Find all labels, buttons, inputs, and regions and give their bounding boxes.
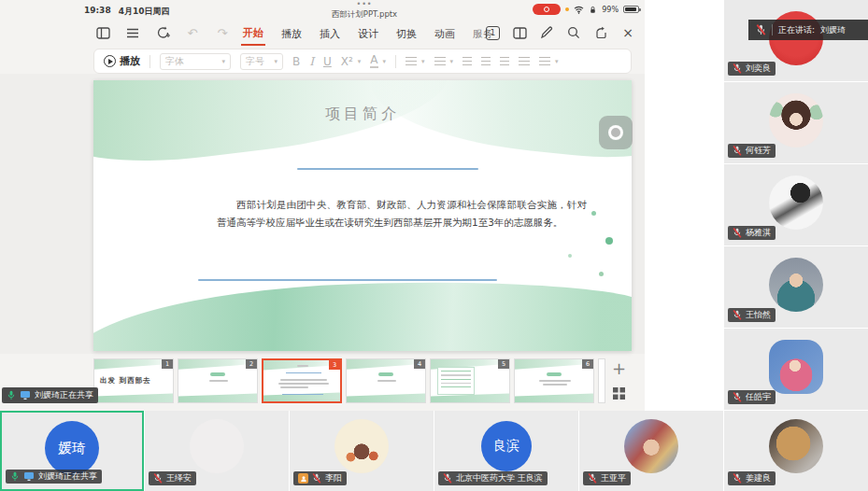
font-family-dropdown[interactable]: 字体▾ (160, 53, 231, 70)
record-icon (544, 7, 549, 12)
slide-title: 项目简介 (325, 105, 400, 124)
tab-design[interactable]: 设计 (356, 23, 380, 45)
mic-on-icon (10, 471, 20, 482)
watercolor-stroke-top-right (365, 80, 632, 166)
panel-view-icon[interactable] (95, 25, 110, 40)
document-title: 西部计划PPT.pptx (332, 10, 397, 19)
avatar-initials: 媛琦 (45, 421, 99, 475)
avatar (624, 419, 678, 473)
video-tile-wangliangbin[interactable]: 良滨 北京中医药大学 王良滨 (434, 411, 578, 491)
speaking-toast: 正在讲话: 刘媛琦 (748, 20, 868, 40)
speaking-toast-speaker: 刘媛琦 (820, 24, 846, 36)
screen-recording-pill[interactable] (533, 4, 561, 15)
mic-muted-icon (733, 392, 742, 402)
slide-thumbnail-3-selected[interactable]: 3 (262, 358, 342, 403)
mic-muted-icon (733, 146, 742, 156)
avatar (769, 93, 823, 147)
mic-muted-icon (153, 473, 163, 484)
format-toolbar: 播放 字体▾ 字号▾ B I U X²▾ A▾ ▾ ▾ ▾ (93, 49, 632, 74)
font-size-dropdown[interactable]: 字号▾ (240, 53, 283, 70)
bold-button[interactable]: B (292, 55, 300, 68)
meeting-app: 19:38 4月10日周四 ••• 西部计划PPT.pptx 99% (0, 0, 868, 491)
underline-button[interactable]: U (323, 55, 332, 68)
slide-thumbnail-1[interactable]: 1 出发 到西部去 (93, 358, 174, 403)
video-tile-wangyaping[interactable]: 王亚平 (579, 411, 723, 491)
slide-body-text: 西部计划是由团中央、教育部、财政部、人力资源和社会保障部联合实施，针对普通高等学… (217, 196, 587, 232)
undo-icon[interactable]: ↶ (185, 25, 200, 40)
avatar (769, 419, 823, 473)
video-tile-wangyiran[interactable]: 王怡然 (724, 246, 868, 328)
sharing-status-badge: 刘媛琦正在共享 (2, 387, 98, 403)
video-tile-liuyuanqi-sharing[interactable]: 媛琦 刘媛琦正在共享 (0, 411, 144, 491)
tab-transition[interactable]: 切换 (394, 23, 419, 45)
video-tile-jiangjianliang[interactable]: 姜建良 (724, 411, 868, 491)
align-right-icon[interactable] (500, 57, 509, 66)
slide-thumbnail-2[interactable]: 2 (178, 358, 258, 403)
slide-thumbnail-6[interactable]: 6 (514, 358, 594, 403)
tab-insert[interactable]: 插入 (318, 23, 342, 45)
tab-play[interactable]: 播放 (279, 23, 304, 45)
paragraph-settings-icon[interactable]: ▾ (539, 57, 559, 66)
document-menu-dots[interactable]: ••• (332, 1, 397, 8)
screenshare-icon (20, 390, 31, 400)
mic-muted-icon (312, 473, 321, 484)
font-color-button[interactable]: A▾ (370, 54, 386, 68)
video-tile-wangyian[interactable]: 王绎安 (145, 411, 289, 491)
search-icon[interactable] (566, 25, 581, 40)
numbered-list-button[interactable]: ▾ (434, 57, 454, 66)
video-tile-liyang[interactable]: 李阳 (290, 411, 434, 491)
participant-name-badge: 王怡然 (728, 308, 776, 322)
participant-name-badge: 杨雅淇 (728, 226, 776, 240)
sync-share-icon[interactable] (155, 25, 170, 40)
tab-animation[interactable]: 动画 (433, 23, 457, 45)
menu-icon[interactable] (125, 25, 140, 40)
video-tile-liuyiliang[interactable]: 刘奕良 (724, 0, 868, 81)
slide-thumbnail-4[interactable]: 4 (346, 358, 426, 403)
participant-name-badge: 北京中医药大学 王良滨 (438, 471, 548, 485)
divider-line-top (297, 168, 478, 170)
align-left-icon[interactable] (462, 57, 472, 66)
add-slide-button[interactable]: + (612, 360, 626, 377)
avatar (769, 175, 823, 230)
wps-ribbon: ↶ ↷ 开始 播放 插入 设计 切换 动画 服务 1 × (0, 21, 645, 47)
play-button[interactable]: 播放 (104, 54, 140, 68)
grid-view-button[interactable] (613, 387, 625, 400)
play-icon (104, 55, 116, 67)
bullet-list-button[interactable]: ▾ (406, 57, 425, 66)
participant-name-badge: 王绎安 (149, 471, 196, 485)
video-tile-heyufang[interactable]: 何钰芳 (724, 82, 868, 163)
mic-muted-icon (756, 24, 766, 35)
split-view-icon[interactable] (512, 25, 527, 40)
redo-icon[interactable]: ↷ (215, 25, 230, 40)
share-icon[interactable] (593, 25, 608, 40)
sharing-status-text: 刘媛琦正在共享 (35, 389, 93, 401)
participant-name-badge: 姜建良 (728, 471, 776, 485)
slide-thumbnail-5[interactable]: 5 (430, 358, 510, 403)
participant-name-badge: 刘奕良 (728, 62, 776, 76)
video-tile-renhaoyu[interactable]: 任皓宇 (724, 329, 868, 410)
mic-muted-icon (588, 473, 597, 484)
battery-icon (623, 6, 639, 13)
mic-muted-icon (733, 310, 742, 320)
ios-status-bar: 19:38 4月10日周四 ••• 西部计划PPT.pptx 99% (0, 0, 645, 21)
italic-button[interactable]: I (309, 55, 314, 68)
participant-name-badge: 王亚平 (583, 471, 631, 485)
align-center-icon[interactable] (481, 57, 491, 66)
screenshare-icon (23, 471, 35, 482)
tab-home[interactable]: 开始 (241, 22, 265, 46)
assistive-touch-button[interactable] (599, 116, 633, 149)
pen-annotate-icon[interactable] (539, 25, 554, 40)
participant-name-badge: 任皓宇 (728, 390, 776, 404)
justify-icon[interactable] (519, 57, 530, 66)
slide-thumbnail-partial[interactable] (598, 358, 605, 403)
thumbnail-1-caption: 出发 到西部去 (100, 376, 151, 386)
page-number-indicator[interactable]: 1 (486, 26, 500, 40)
avatar-initials: 良滨 (481, 421, 532, 471)
wifi-icon (574, 6, 584, 14)
superscript-button[interactable]: X²▾ (341, 55, 362, 68)
video-tile-yangyaqi[interactable]: 杨雅淇 (724, 164, 868, 246)
divider-line-bottom (198, 279, 497, 281)
mic-on-icon (7, 390, 16, 400)
avatar (190, 419, 244, 473)
close-icon[interactable]: × (620, 25, 635, 40)
